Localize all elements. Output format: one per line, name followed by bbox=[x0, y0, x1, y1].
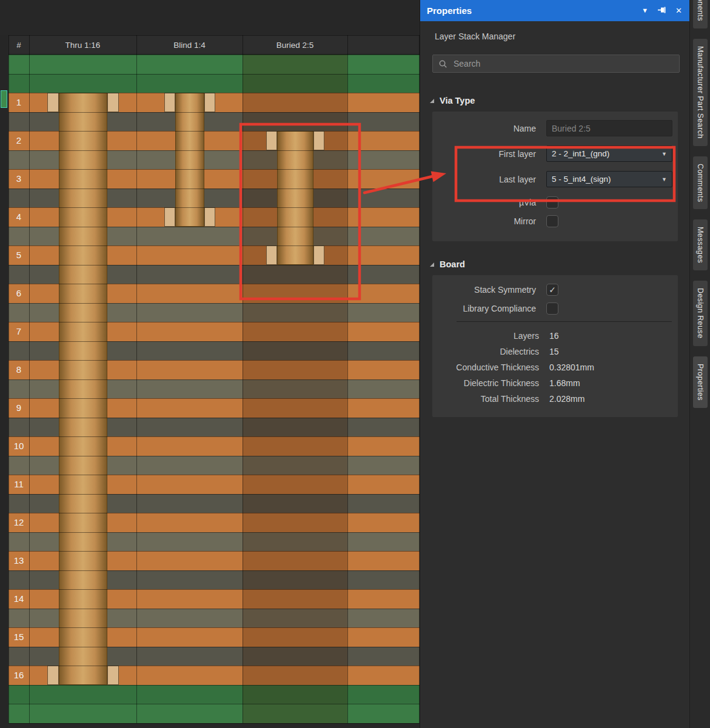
grid-line bbox=[347, 35, 348, 723]
layer-number: 4 bbox=[8, 207, 29, 227]
grid-line bbox=[8, 245, 420, 246]
column-header-blind-1-4[interactable]: Blind 1:4 bbox=[136, 36, 243, 55]
via-pad bbox=[107, 666, 119, 685]
via-pad bbox=[164, 93, 175, 112]
layer-number: 16 bbox=[8, 666, 29, 685]
properties-panel-header: Properties ▼ ✕ bbox=[420, 0, 689, 21]
panel-tab-comments[interactable]: Comments bbox=[693, 156, 708, 210]
layer-number: 7 bbox=[8, 322, 29, 341]
layer-number: 14 bbox=[8, 589, 29, 609]
library-compliance-row: Library Compliance bbox=[438, 302, 672, 315]
via-pad bbox=[266, 245, 277, 265]
layer-number: 12 bbox=[8, 513, 29, 532]
via-blind-barrel[interactable] bbox=[175, 93, 204, 227]
grid-line bbox=[8, 303, 420, 304]
last-layer-label: Last layer bbox=[438, 175, 536, 184]
panel-dropdown-icon[interactable]: ▼ bbox=[641, 7, 648, 14]
via-pad bbox=[47, 93, 59, 112]
grid-line bbox=[8, 666, 420, 666]
via-pad bbox=[47, 666, 59, 685]
last-layer-row: Last layer 5 - 5_int4_(sign) ▼ bbox=[438, 171, 672, 187]
panel-header-icons: ▼ ✕ bbox=[641, 5, 682, 16]
chevron-down-icon: ▼ bbox=[661, 176, 667, 182]
via-pad bbox=[313, 131, 324, 150]
last-layer-value: 5 - 5_int4_(sign) bbox=[552, 175, 611, 184]
panel-title: Properties bbox=[427, 5, 472, 16]
panel-tab-manufacturer-part-search[interactable]: Manufacturer Part Search bbox=[693, 39, 708, 146]
grid-line bbox=[8, 227, 420, 227]
stat-label: Total Thickness bbox=[438, 394, 539, 404]
grid-line bbox=[243, 35, 243, 723]
uvia-checkbox[interactable] bbox=[546, 196, 558, 209]
board-section-header[interactable]: Board bbox=[430, 259, 689, 269]
via-pad bbox=[266, 131, 277, 150]
panel-tab-messages[interactable]: Messages bbox=[693, 219, 708, 270]
name-label: Name bbox=[438, 124, 536, 133]
via-thru-barrel[interactable] bbox=[59, 93, 107, 685]
grid-line bbox=[8, 112, 420, 113]
panel-tab-components[interactable]: Components bbox=[693, 0, 708, 28]
last-layer-select[interactable]: 5 - 5_int4_(sign) ▼ bbox=[546, 171, 672, 187]
stat-value: 15 bbox=[549, 347, 672, 356]
first-layer-label: First layer bbox=[438, 149, 536, 159]
grid-line bbox=[8, 398, 420, 399]
panel-close-icon[interactable]: ✕ bbox=[675, 7, 682, 15]
grid-line bbox=[8, 551, 420, 552]
grid-line bbox=[8, 436, 420, 437]
panel-pin-icon[interactable] bbox=[657, 5, 666, 16]
row-select-gutter[interactable] bbox=[0, 35, 8, 728]
properties-panel: Properties ▼ ✕ Layer Stack Manager Via T… bbox=[420, 0, 689, 728]
stat-value: 1.68mm bbox=[549, 378, 672, 388]
column-header--[interactable]: # bbox=[8, 36, 29, 55]
column-header-buried-2-5[interactable]: Buried 2:5 bbox=[243, 36, 347, 55]
grid-line bbox=[8, 207, 420, 208]
grid-line bbox=[8, 35, 9, 723]
via-name-field: Buried 2:5 bbox=[546, 120, 672, 136]
grid-line bbox=[8, 150, 420, 151]
search-icon bbox=[438, 59, 447, 68]
via-name-row: Name Buried 2:5 bbox=[438, 120, 672, 136]
search-input[interactable] bbox=[452, 58, 674, 69]
grid-line bbox=[8, 513, 420, 513]
column-header-thru-1-16[interactable]: Thru 1:16 bbox=[29, 36, 136, 55]
first-layer-value: 2 - 2_int1_(gnd) bbox=[552, 149, 609, 158]
stack-row bbox=[8, 74, 420, 93]
via-type-section-label: Via Type bbox=[440, 96, 475, 105]
via-pad bbox=[204, 93, 215, 112]
stack-row bbox=[8, 55, 420, 74]
stat-label: Dielectric Thickness bbox=[438, 378, 539, 388]
uvia-label: µVia bbox=[438, 198, 536, 207]
stack-symmetry-checkbox[interactable]: ✓ bbox=[546, 284, 558, 296]
first-layer-select[interactable]: 2 - 2_int1_(gnd) ▼ bbox=[546, 145, 672, 162]
via-buried-barrel[interactable] bbox=[277, 131, 313, 265]
search-box[interactable] bbox=[432, 55, 680, 73]
grid-line bbox=[8, 494, 420, 495]
grid-line bbox=[8, 475, 420, 475]
stat-value: 2.028mm bbox=[549, 394, 672, 404]
grid-line bbox=[8, 93, 420, 93]
layer-number: 8 bbox=[8, 360, 29, 379]
grid-line bbox=[8, 418, 420, 418]
grid-line bbox=[8, 284, 420, 284]
grid-line bbox=[8, 131, 420, 132]
stat-label: Conductive Thickness bbox=[438, 362, 539, 372]
mirror-checkbox[interactable] bbox=[546, 215, 558, 227]
panel-subtitle: Layer Stack Manager bbox=[435, 32, 689, 41]
layer-number: 9 bbox=[8, 398, 29, 418]
grid-line bbox=[8, 456, 420, 456]
library-compliance-checkbox[interactable] bbox=[546, 302, 558, 315]
grid-line bbox=[8, 341, 420, 342]
board-stat-row: Dielectrics15 bbox=[438, 347, 672, 356]
panel-tab-properties[interactable]: Properties bbox=[693, 356, 708, 408]
column-header-empty[interactable] bbox=[347, 36, 420, 55]
layer-number: 1 bbox=[8, 93, 29, 112]
layer-number: 10 bbox=[8, 436, 29, 456]
grid-line bbox=[8, 532, 420, 533]
via-pad bbox=[204, 207, 215, 227]
grid-line bbox=[8, 647, 420, 647]
via-type-section-header[interactable]: Via Type bbox=[430, 96, 689, 105]
right-panel-tab-strip: ComponentsManufacturer Part SearchCommen… bbox=[689, 0, 710, 728]
panel-tab-design-reuse[interactable]: Design Reuse bbox=[693, 281, 708, 346]
layer-number: 6 bbox=[8, 284, 29, 303]
grid-line bbox=[8, 570, 420, 571]
